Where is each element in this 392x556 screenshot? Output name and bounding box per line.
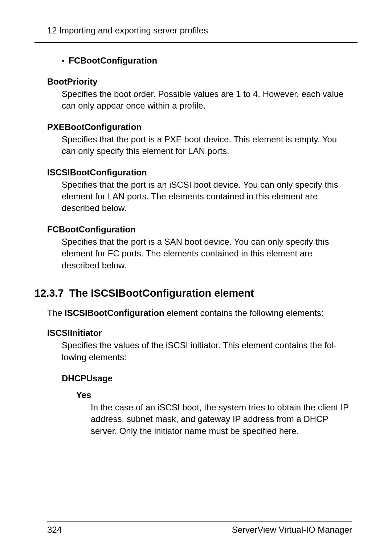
page-number: 324 bbox=[47, 525, 62, 535]
content-area: ● FCBootConfiguration BootPriority Speci… bbox=[34, 56, 358, 271]
definition-term: PXEBootConfiguration bbox=[47, 122, 352, 132]
section-title: The ISCSIBootConfiguration element bbox=[69, 287, 254, 299]
definition-block: ISCSIInitiator Specifies the values of t… bbox=[47, 328, 352, 437]
bullet-item: ● FCBootConfiguration bbox=[62, 56, 352, 66]
page-footer: 324 ServerView Virtual-IO Manager bbox=[47, 525, 352, 535]
definition-description: Specifies the values of the iSCSI initia… bbox=[62, 340, 352, 363]
definition-term: BootPriority bbox=[47, 77, 352, 87]
definition-block: FCBootConfiguration Specifies that the p… bbox=[47, 224, 352, 271]
intro-prefix: The bbox=[47, 308, 65, 318]
intro-suffix: element contains the following elements: bbox=[164, 308, 324, 318]
intro-bold-term: ISCSIBootConfiguration bbox=[65, 308, 164, 318]
nested-deeper-term: Yes bbox=[76, 390, 352, 400]
product-name: ServerView Virtual-IO Manager bbox=[232, 525, 352, 535]
definition-description: Specifies the boot order. Possible value… bbox=[62, 88, 352, 112]
definition-term: FCBootConfiguration bbox=[47, 224, 352, 235]
definition-block: PXEBootConfiguration Specifies that the … bbox=[47, 122, 352, 157]
definition-block: ISCSIBootConfiguration Specifies that th… bbox=[47, 167, 352, 214]
nested-deeper-description: In the case of an iSCSI boot, the system… bbox=[91, 402, 352, 437]
chapter-title: 12 Importing and exporting server profil… bbox=[47, 25, 358, 36]
section-number: 12.3.7 bbox=[34, 287, 64, 299]
page-header: 12 Importing and exporting server profil… bbox=[34, 25, 358, 43]
definition-description: Specifies that the port is a SAN boot de… bbox=[62, 236, 352, 271]
section-intro: The ISCSIBootConfiguration element conta… bbox=[47, 307, 352, 319]
footer-divider bbox=[47, 521, 352, 521]
definition-description: Specifies that the port is a PXE boot de… bbox=[62, 134, 352, 157]
nested-deeper-block: Yes In the case of an iSCSI boot, the sy… bbox=[76, 390, 352, 437]
section-content: The ISCSIBootConfiguration element conta… bbox=[34, 307, 358, 437]
section-heading: 12.3.7 The ISCSIBootConfiguration elemen… bbox=[34, 287, 358, 299]
definition-description: Specifies that the port is an iSCSI boot… bbox=[62, 179, 352, 214]
nested-definition-block: DHCPUsage Yes In the case of an iSCSI bo… bbox=[62, 373, 352, 437]
definition-term: ISCSIBootConfiguration bbox=[47, 167, 352, 178]
bullet-label: FCBootConfiguration bbox=[69, 56, 157, 66]
definition-block: BootPriority Specifies the boot order. P… bbox=[47, 77, 352, 112]
definition-term: ISCSIInitiator bbox=[47, 328, 352, 338]
bullet-marker-icon: ● bbox=[62, 58, 64, 63]
header-divider bbox=[34, 42, 358, 43]
nested-term: DHCPUsage bbox=[62, 373, 352, 383]
